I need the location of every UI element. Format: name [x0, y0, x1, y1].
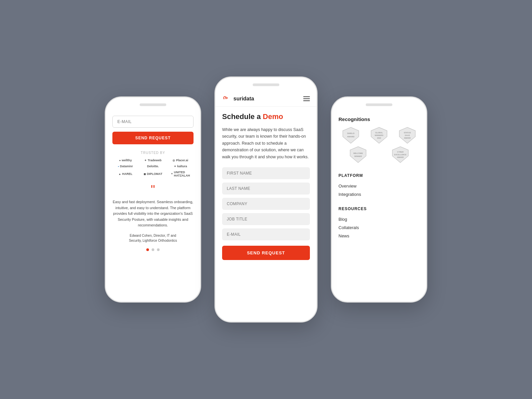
platform-heading: PLATFORM [338, 173, 420, 178]
center-phone: suridata Schedule a Demo While we are al… [214, 76, 318, 323]
svg-text:SAAS: SAAS [405, 134, 410, 136]
svg-text:WINNERS: WINNERS [375, 134, 383, 136]
resources-link-collaterals[interactable]: Collaterals [338, 223, 420, 232]
resources-heading: RESOURCES [338, 206, 420, 211]
logo-harel: ▲ HAREL [112, 171, 139, 177]
left-phone: SEND REQUEST TRUSTED BY ● wellthy ✦ Trad… [105, 96, 201, 303]
send-request-button-center[interactable]: SEND REQUEST [222, 246, 310, 260]
first-name-field[interactable] [222, 167, 310, 179]
brand-name: suridata [233, 96, 254, 102]
badge-cyber: CYBER EXCELLENCE AWARD [381, 146, 420, 163]
hamburger-menu[interactable] [303, 96, 310, 101]
badge-global-winners: GLOBAL WINNERS 2022 [367, 127, 392, 144]
dot-2[interactable] [152, 248, 154, 251]
svg-text:AWARD: AWARD [404, 137, 411, 139]
logo-grid: ● wellthy ✦ Tradeweb ◎ Placer.ai ▪ Datam… [112, 159, 194, 177]
svg-text:EXCELLENCE: EXCELLENCE [394, 154, 406, 156]
send-request-button-left[interactable]: SEND REQUEST [112, 132, 194, 144]
page-title: Schedule a Demo [222, 112, 310, 122]
platform-link-integrations[interactable]: Integrations [338, 190, 420, 199]
testimonial-text: Easy and fast deployment. Seamless onboa… [112, 199, 194, 228]
platform-links: Overview Integrations [338, 182, 420, 199]
company-field[interactable] [222, 198, 310, 210]
logo-unitedhatzalah: ✦ UNITEDHATZALAH [167, 171, 194, 177]
logo-deloitte: Deloitte. [140, 165, 166, 168]
logo-tradeweb: ✦ Tradeweb [140, 159, 166, 162]
recognitions-title: Recognitions [338, 116, 420, 122]
svg-text:AWARD: AWARD [397, 156, 404, 158]
svg-text:2022: 2022 [377, 137, 381, 139]
svg-point-0 [223, 98, 224, 99]
svg-text:WELCOME: WELCOME [353, 152, 363, 154]
svg-text:AWARD: AWARD [347, 136, 355, 138]
dot-3[interactable] [157, 248, 160, 251]
badge-status-saas: STATUS SAAS AWARD [395, 127, 420, 144]
testimonial-author: Edward Cohen, Director, IT andSecurity, … [112, 233, 194, 243]
svg-text:SHIELD: SHIELD [347, 132, 355, 134]
svg-text:CYBER: CYBER [397, 151, 403, 153]
trusted-by-label: TRUSTED BY [112, 151, 194, 155]
resources-link-news[interactable]: News [338, 232, 420, 240]
brand-logo[interactable]: suridata [222, 95, 254, 102]
platform-link-overview[interactable]: Overview [338, 182, 420, 190]
svg-text:WINNER: WINNER [354, 155, 361, 157]
badge-winner: WELCOME WINNER [338, 146, 377, 163]
logo-placer: ◎ Placer.ai [167, 159, 194, 162]
page-description: While we are always happy to discuss Saa… [222, 126, 310, 161]
logo-dataminr: ▪ Dataminr [112, 165, 139, 168]
logo-wellthy: ● wellthy [112, 159, 139, 162]
badges-row-1: SHIELD AWARD GLOBAL WINNERS 2022 S [338, 127, 420, 144]
resources-links: Blog Collaterals News [338, 215, 420, 240]
nav-header: suridata [215, 92, 317, 107]
email-field-center[interactable] [222, 228, 310, 240]
job-title-field[interactable] [222, 213, 310, 225]
last-name-field[interactable] [222, 183, 310, 195]
svg-marker-2 [343, 127, 359, 143]
pagination-dots [112, 248, 194, 251]
email-field-left[interactable] [112, 116, 194, 128]
logo-diplomat: ◼ DIPLOMAT [140, 171, 166, 177]
badge-shield: SHIELD AWARD [338, 127, 363, 144]
quote-icon: " [112, 184, 194, 196]
dot-1[interactable] [146, 248, 149, 251]
right-phone: Recognitions SHIELD AWARD GLOBAL WINNERS [331, 96, 427, 303]
svg-point-1 [227, 98, 228, 99]
svg-text:STATUS: STATUS [404, 132, 411, 134]
svg-text:GLOBAL: GLOBAL [375, 132, 383, 134]
suridata-logo-icon [222, 95, 231, 102]
badges-row-2: WELCOME WINNER CYBER EXCELLENCE AWARD [338, 146, 420, 163]
svg-marker-13 [350, 147, 366, 163]
resources-link-blog[interactable]: Blog [338, 215, 420, 223]
logo-kaltura: ✦ kaltura [167, 165, 194, 168]
